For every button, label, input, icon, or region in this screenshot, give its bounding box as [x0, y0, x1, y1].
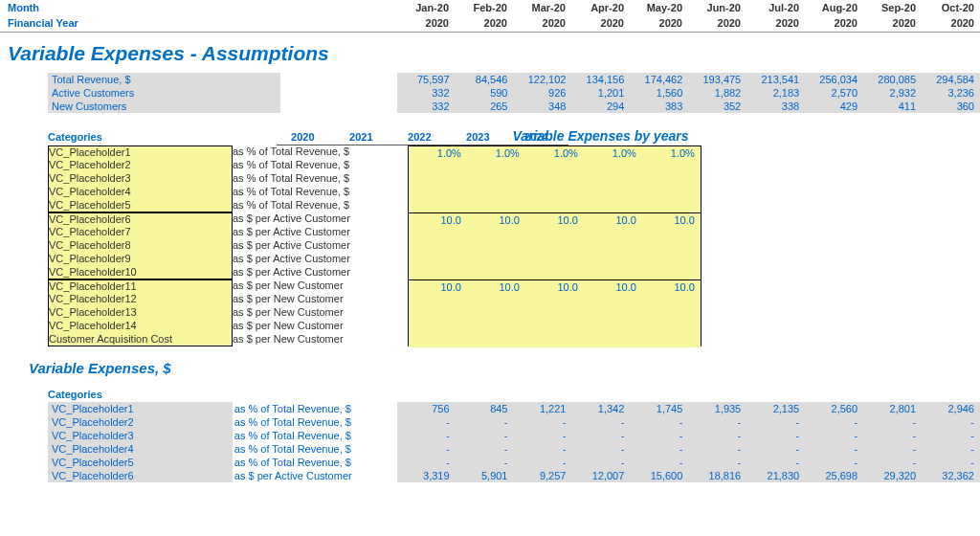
expense-value-cell[interactable]: -	[746, 415, 805, 429]
year-value-cell[interactable]	[642, 187, 701, 200]
metric-value[interactable]: 294	[571, 100, 630, 113]
year-value-cell[interactable]	[584, 173, 642, 187]
expense-name-cell[interactable]: VC_Placeholder1	[48, 402, 233, 415]
year-value-cell[interactable]	[525, 294, 584, 307]
metric-name[interactable]: Total Revenue, $	[48, 73, 280, 86]
category-name-cell[interactable]: VC_Placeholder1	[48, 145, 233, 159]
year-value-cell[interactable]	[409, 254, 467, 267]
year-value-cell[interactable]	[467, 321, 525, 334]
year-value-cell[interactable]	[409, 334, 467, 347]
year-value-cell[interactable]	[584, 200, 642, 213]
category-name-cell[interactable]: VC_Placeholder4	[48, 186, 233, 199]
year-value-cell[interactable]	[525, 307, 584, 321]
year-value-cell[interactable]: 10.0	[642, 213, 701, 227]
category-name-cell[interactable]: Customer Acquisition Cost	[48, 333, 233, 346]
expense-value-cell[interactable]: -	[571, 415, 630, 429]
metric-value[interactable]: 383	[630, 100, 688, 113]
metric-value[interactable]: 75,597	[397, 73, 456, 86]
category-name-cell[interactable]: VC_Placeholder12	[48, 293, 233, 306]
year-value-cell[interactable]: 1.0%	[409, 146, 467, 160]
expense-value-cell[interactable]: 2,135	[746, 402, 805, 415]
year-value-cell[interactable]	[467, 267, 525, 280]
year-value-cell[interactable]	[642, 200, 701, 213]
year-value-cell[interactable]	[467, 307, 525, 321]
metric-value[interactable]: 1,560	[630, 86, 688, 100]
category-name-cell[interactable]: VC_Placeholder7	[48, 226, 233, 239]
year-value-cell[interactable]: 10.0	[467, 280, 525, 294]
year-value-cell[interactable]	[525, 173, 584, 187]
year-value-cell[interactable]	[642, 267, 701, 280]
metric-value[interactable]: 332	[397, 86, 456, 100]
year-value-cell[interactable]	[409, 187, 467, 200]
year-value-cell[interactable]	[642, 307, 701, 321]
year-value-cell[interactable]	[467, 160, 525, 173]
expense-value-cell[interactable]: -	[630, 442, 688, 456]
year-value-cell[interactable]: 1.0%	[642, 146, 701, 160]
expense-value-cell[interactable]: -	[805, 456, 863, 469]
year-value-cell[interactable]	[525, 200, 584, 213]
year-value-cell[interactable]	[409, 321, 467, 334]
metric-value[interactable]: 122,102	[513, 73, 571, 86]
expense-value-cell[interactable]: -	[513, 415, 571, 429]
metric-value[interactable]: 1,882	[688, 86, 746, 100]
year-value-cell[interactable]	[584, 321, 642, 334]
year-value-cell[interactable]: 10.0	[409, 280, 467, 294]
year-value-cell[interactable]	[642, 254, 701, 267]
expense-value-cell[interactable]: 2,946	[922, 402, 980, 415]
expense-value-cell[interactable]: 756	[397, 402, 456, 415]
metric-value[interactable]: 174,462	[630, 73, 688, 86]
expense-value-cell[interactable]: 5,901	[456, 469, 514, 482]
expense-value-cell[interactable]: -	[630, 429, 688, 442]
metric-value[interactable]: 590	[456, 86, 514, 100]
metric-value[interactable]: 429	[805, 100, 863, 113]
year-value-cell[interactable]	[467, 200, 525, 213]
year-value-cell[interactable]	[409, 160, 467, 173]
year-value-cell[interactable]	[642, 173, 701, 187]
year-value-cell[interactable]	[467, 227, 525, 240]
expense-value-cell[interactable]: 12,007	[571, 469, 630, 482]
expense-value-cell[interactable]: -	[397, 429, 456, 442]
expense-value-cell[interactable]: -	[746, 456, 805, 469]
year-value-cell[interactable]: 10.0	[584, 213, 642, 227]
year-value-cell[interactable]	[584, 227, 642, 240]
metric-value[interactable]: 2,183	[746, 86, 805, 100]
expense-value-cell[interactable]: -	[922, 442, 980, 456]
year-value-cell[interactable]: 10.0	[525, 280, 584, 294]
category-name-cell[interactable]: VC_Placeholder2	[48, 159, 233, 172]
expense-value-cell[interactable]: -	[863, 415, 922, 429]
metric-value[interactable]: 3,236	[922, 86, 980, 100]
year-value-cell[interactable]	[409, 267, 467, 280]
expense-value-cell[interactable]: -	[630, 456, 688, 469]
year-value-cell[interactable]	[409, 200, 467, 213]
year-value-cell[interactable]	[467, 240, 525, 254]
expense-value-cell[interactable]: 15,600	[630, 469, 688, 482]
category-name-cell[interactable]: VC_Placeholder11	[48, 279, 233, 293]
metric-value[interactable]: 265	[456, 100, 514, 113]
year-value-cell[interactable]	[584, 187, 642, 200]
expense-value-cell[interactable]: 3,319	[397, 469, 456, 482]
expense-value-cell[interactable]: -	[630, 415, 688, 429]
expense-value-cell[interactable]: 1,935	[688, 402, 746, 415]
year-value-cell[interactable]	[642, 227, 701, 240]
expense-name-cell[interactable]: VC_Placeholder6	[48, 469, 233, 482]
year-value-cell[interactable]: 10.0	[467, 213, 525, 227]
expense-value-cell[interactable]: -	[688, 415, 746, 429]
year-value-cell[interactable]: 10.0	[409, 213, 467, 227]
year-value-cell[interactable]: 1.0%	[584, 146, 642, 160]
expense-value-cell[interactable]: 21,830	[746, 469, 805, 482]
year-value-cell[interactable]	[467, 254, 525, 267]
year-value-cell[interactable]	[525, 267, 584, 280]
year-value-cell[interactable]	[467, 294, 525, 307]
expense-value-cell[interactable]: -	[456, 442, 514, 456]
year-value-cell[interactable]	[525, 321, 584, 334]
expense-value-cell[interactable]: -	[863, 442, 922, 456]
metric-value[interactable]: 2,570	[805, 86, 863, 100]
year-value-cell[interactable]	[525, 334, 584, 347]
year-value-cell[interactable]: 10.0	[525, 213, 584, 227]
year-value-cell[interactable]	[525, 160, 584, 173]
year-value-cell[interactable]	[409, 307, 467, 321]
year-value-cell[interactable]	[584, 294, 642, 307]
expense-value-cell[interactable]: 1,342	[571, 402, 630, 415]
expense-value-cell[interactable]: 9,257	[513, 469, 571, 482]
year-value-cell[interactable]	[642, 160, 701, 173]
